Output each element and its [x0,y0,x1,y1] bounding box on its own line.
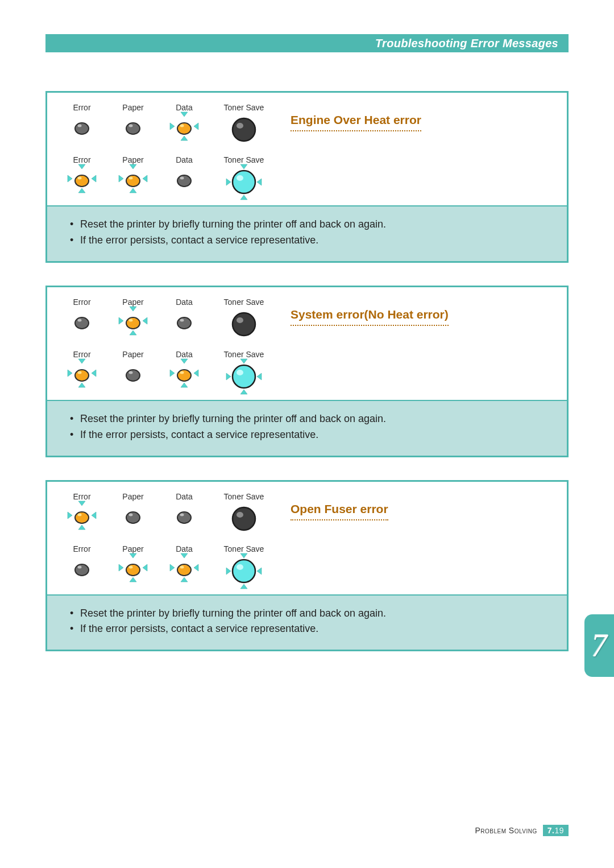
chapter-number: 7 [591,627,607,664]
led-label: Data [176,350,193,359]
svg-point-52 [237,317,243,323]
led-label: Data [176,103,193,112]
led-label: Error [73,103,90,112]
svg-point-8 [180,125,184,127]
led-column: Data [165,350,203,385]
svg-point-103 [180,565,184,568]
led-column: Toner Save [217,492,271,534]
instruction-step: If the error persists, contact a service… [70,233,554,249]
led-label: Toner Save [224,492,264,501]
svg-point-96 [129,565,133,568]
led-label: Toner Save [224,297,264,307]
svg-point-88 [180,513,184,516]
panel-instructions: Reset the printer by briefly turning the… [47,400,567,456]
led-column: Data [165,492,203,527]
svg-point-85 [129,513,133,516]
svg-point-108 [233,560,255,582]
status-led [172,309,196,333]
svg-point-31 [180,177,184,180]
led-label: Paper [122,492,143,501]
status-led [70,503,94,527]
led-column: Toner Save [217,103,271,145]
footer-page-badge: 7.19 [543,825,569,836]
led-column: Error [63,297,101,333]
svg-point-30 [179,176,189,184]
panel-instructions: Reset the printer by briefly turning the… [47,594,567,650]
instruction-list: Reset the printer by briefly turning the… [70,217,554,249]
svg-point-23 [128,176,138,184]
svg-point-49 [179,318,189,326]
instruction-step: If the error persists, contact a service… [70,621,554,637]
svg-point-42 [128,318,138,326]
page-header: Troubleshooting Error Messages [61,34,569,52]
led-label: Paper [122,544,143,553]
led-column: Toner Save [217,155,271,197]
led-column: Paper [114,103,152,138]
led-column: Error [63,155,101,191]
footer-section: Problem Solving [475,826,537,835]
led-column: Data [165,155,203,191]
error-panel: Error Paper Data [45,480,569,652]
svg-point-40 [78,319,82,321]
status-led [121,361,145,385]
toner-save-led [229,503,259,534]
svg-point-32 [233,171,255,193]
led-column: Paper [114,492,152,527]
svg-point-70 [233,365,255,388]
toner-save-led [229,309,259,340]
content-area: Error Paper Data [45,91,569,674]
led-rows: Error Paper Data [63,492,557,586]
led-column: Data [165,544,203,580]
led-label: Error [73,155,90,164]
status-led [121,503,145,527]
svg-point-33 [237,175,243,181]
led-column: Toner Save [217,544,271,586]
instruction-step: Reset the printer by briefly turning the… [70,606,554,622]
led-column: Error [63,103,101,138]
svg-point-1 [77,123,87,131]
svg-point-64 [179,370,189,378]
instruction-list: Reset the printer by briefly turning the… [70,606,554,638]
svg-point-50 [180,319,184,321]
status-led [172,167,196,191]
svg-point-13 [233,118,255,141]
chapter-tab: 7 [584,614,614,677]
led-label: Error [73,297,90,307]
svg-point-102 [179,565,189,573]
error-title-wrap: Engine Over Heat error [285,103,557,131]
status-led [70,309,94,333]
led-label: Error [73,350,90,359]
footer-page: 19 [554,826,564,835]
led-label: Data [176,492,193,501]
led-label: Paper [122,350,143,359]
svg-point-5 [129,125,133,127]
status-led [172,556,196,580]
error-panel: Error Paper Data [45,286,569,457]
led-label: Error [73,492,90,501]
toner-save-led [229,556,259,586]
error-title-wrap: System error(No Heat error) [285,297,557,326]
instruction-list: Reset the printer by briefly turning the… [70,411,554,443]
error-title: Engine Over Heat error [291,113,421,131]
led-label: Toner Save [224,103,264,112]
led-label: Paper [122,155,143,164]
led-row: Error Paper Data [63,350,557,392]
instruction-step: Reset the printer by briefly turning the… [70,411,554,427]
svg-point-92 [77,565,87,573]
status-led [121,167,145,191]
led-column: Toner Save [217,350,271,392]
svg-point-90 [237,512,243,518]
panel-led-area: Error Paper Data [47,93,567,205]
led-label: Data [176,155,193,164]
led-label: Data [176,544,193,553]
led-label: Paper [122,297,143,307]
led-rows: Error Paper Data [63,103,557,197]
svg-point-93 [78,565,82,568]
led-column: Error [63,492,101,527]
header-accent [45,34,61,52]
led-label: Toner Save [224,350,264,359]
status-led [172,361,196,385]
led-column: Paper [114,297,152,333]
svg-point-109 [237,564,243,570]
led-label: Paper [122,103,143,112]
